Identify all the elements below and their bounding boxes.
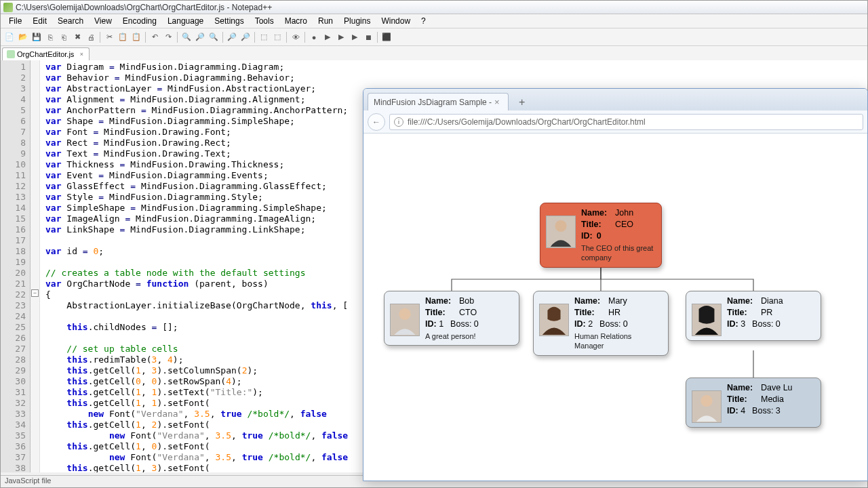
node-info: Name:John Title:CEO ID:0 The CEO of this… <box>581 207 656 263</box>
node-comment: Human Relations Manager <box>574 331 663 352</box>
node-info: Name:Diana Title:PR ID: 3Boss: 0 <box>727 296 815 336</box>
menu-file[interactable]: File <box>3 15 27 27</box>
menu-tools[interactable]: Tools <box>250 15 279 27</box>
toolbar-button[interactable]: ⬚ <box>258 31 270 43</box>
menu-edit[interactable]: Edit <box>27 15 52 27</box>
toolbar-button[interactable]: 📄 <box>3 31 16 43</box>
toolbar-button[interactable]: ↶ <box>149 31 161 43</box>
site-info-icon[interactable]: i <box>394 117 403 127</box>
toolbar-button[interactable]: ⬛ <box>380 31 393 43</box>
fold-margin[interactable]: − <box>31 60 40 472</box>
toolbar-button[interactable]: 🖨 <box>85 31 97 43</box>
menu-language[interactable]: Language <box>162 15 209 27</box>
name-value: Dave Lu <box>761 382 793 394</box>
browser-tab[interactable]: MindFusion JsDiagram Sample - × <box>368 93 509 110</box>
svg-point-1 <box>399 308 410 320</box>
status-language: JavaScript file <box>5 476 51 485</box>
svg-point-4 <box>701 395 712 407</box>
svg-point-0 <box>555 220 566 232</box>
url-text: file:///C:/Users/Golemija/Downloads/OrgC… <box>408 117 646 127</box>
toolbar-button[interactable]: 🔍 <box>208 31 220 43</box>
org-node-3[interactable]: Name:Diana Title:PR ID: 3Boss: 0 <box>686 291 821 341</box>
browser-address-bar: ← i file:///C:/Users/Golemija/Downloads/… <box>363 110 867 134</box>
npp-menubar[interactable]: FileEditSearchViewEncodingLanguageSettin… <box>1 14 867 28</box>
toolbar-button[interactable]: 💾 <box>31 31 43 43</box>
close-tab-icon[interactable]: × <box>78 51 85 58</box>
org-node-2[interactable]: Name:Mary Title:HR ID: 2Boss: 0 Human Re… <box>533 291 669 356</box>
toolbar-button[interactable]: ↷ <box>162 31 174 43</box>
npp-titlebar[interactable]: C:\Users\Golemija\Downloads\OrgChart\Org… <box>1 1 867 14</box>
new-tab-button[interactable]: + <box>514 94 530 110</box>
org-node-4[interactable]: Name:Dave Lu Title:Media ID: 4Boss: 3 <box>686 378 821 428</box>
toolbar-button[interactable]: ▶ <box>335 31 347 43</box>
name-label: Name: <box>581 207 611 219</box>
menu-run[interactable]: Run <box>313 15 338 27</box>
editor-tab[interactable]: OrgChartEditor.js × <box>2 47 90 60</box>
node-comment: The CEO of this great company <box>581 243 656 264</box>
menu-plugins[interactable]: Plugins <box>338 15 376 27</box>
node-info: Name:Mary Title:HR ID: 2Boss: 0 Human Re… <box>574 296 663 351</box>
toolbar-button[interactable]: ▶ <box>349 31 361 43</box>
title-label: Title: <box>425 307 455 319</box>
tab-filename: OrgChartEditor.js <box>17 50 74 58</box>
npp-title: C:\Users\Golemija\Downloads\OrgChart\Org… <box>16 3 272 12</box>
close-icon[interactable]: × <box>492 97 502 107</box>
toolbar-button[interactable]: ▶ <box>321 31 334 43</box>
avatar <box>390 304 420 336</box>
toolbar-button[interactable]: 📂 <box>17 31 29 43</box>
avatar <box>692 304 722 336</box>
toolbar-button[interactable]: 🔎 <box>239 31 252 43</box>
org-node-root[interactable]: Name:John Title:CEO ID:0 The CEO of this… <box>540 203 662 268</box>
toolbar-button[interactable]: 🔎 <box>226 31 238 43</box>
avatar <box>692 390 722 423</box>
name-value: Mary <box>608 296 627 307</box>
npp-tabbar[interactable]: OrgChartEditor.js × <box>1 46 867 60</box>
file-icon <box>7 50 15 58</box>
title-value: Media <box>761 394 784 405</box>
name-label: Name: <box>727 382 757 394</box>
menu-window[interactable]: Window <box>376 15 416 27</box>
title-value: PR <box>761 307 772 319</box>
menu-macro[interactable]: Macro <box>279 15 313 27</box>
url-field[interactable]: i file:///C:/Users/Golemija/Downloads/Or… <box>389 114 863 130</box>
menu-encoding[interactable]: Encoding <box>117 15 162 27</box>
toolbar-button[interactable]: ⬚ <box>271 31 283 43</box>
name-value: Diana <box>761 296 783 307</box>
title-label: Title: <box>727 307 757 319</box>
name-label: Name: <box>727 296 757 307</box>
toolbar-button[interactable]: ● <box>308 31 320 43</box>
title-label: Title: <box>574 307 604 319</box>
toolbar-button[interactable]: ⏹ <box>362 31 374 43</box>
node-info: Name:Dave Lu Title:Media ID: 4Boss: 3 <box>727 382 815 423</box>
name-label: Name: <box>425 296 455 307</box>
org-node-1[interactable]: Name:Bob Title:CTO ID: 1Boss: 0 A great … <box>384 291 519 346</box>
avatar <box>539 304 569 336</box>
browser-tabstrip[interactable]: MindFusion JsDiagram Sample - × + <box>363 89 867 110</box>
npp-toolbar[interactable]: 📄📂💾⎘⎗✖🖨✂📋📋↶↷🔍🔎🔍🔎🔎⬚⬚👁●▶▶▶⏹⬛ <box>1 28 867 46</box>
menu-help[interactable]: ? <box>416 15 431 27</box>
browser-tab-title: MindFusion JsDiagram Sample - <box>374 98 492 107</box>
node-info: Name:Bob Title:CTO ID: 1Boss: 0 A great … <box>425 296 513 341</box>
toolbar-button[interactable]: ⎘ <box>44 31 56 43</box>
line-number-gutter: 1234567891011121314151617181920212223242… <box>1 60 31 472</box>
browser-window[interactable]: MindFusion JsDiagram Sample - × + ← i fi… <box>363 88 868 481</box>
title-label: Title: <box>581 219 611 230</box>
browser-content[interactable]: Name:John Title:CEO ID:0 The CEO of this… <box>363 134 867 481</box>
toolbar-button[interactable]: 🔍 <box>180 31 193 43</box>
back-arrow-icon: ← <box>372 117 380 127</box>
toolbar-button[interactable]: ✖ <box>71 31 83 43</box>
menu-search[interactable]: Search <box>52 15 89 27</box>
title-value: CEO <box>615 219 633 230</box>
toolbar-button[interactable]: 📋 <box>117 31 129 43</box>
back-button[interactable]: ← <box>368 113 385 131</box>
toolbar-button[interactable]: 📋 <box>130 31 142 43</box>
toolbar-button[interactable]: ✂ <box>103 31 115 43</box>
fold-toggle-icon[interactable]: − <box>31 289 39 297</box>
toolbar-button[interactable]: 🔎 <box>194 31 206 43</box>
menu-view[interactable]: View <box>89 15 117 27</box>
name-label: Name: <box>574 296 604 307</box>
menu-settings[interactable]: Settings <box>209 15 249 27</box>
toolbar-button[interactable]: ⎗ <box>58 31 70 43</box>
node-comment: A great person! <box>425 331 513 342</box>
toolbar-button[interactable]: 👁 <box>290 31 302 43</box>
